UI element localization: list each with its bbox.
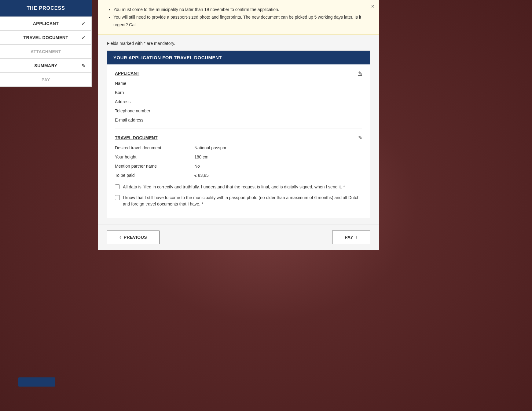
field-height-row: Your height 180 cm bbox=[115, 155, 362, 159]
sidebar-item-summary-label: SUMMARY bbox=[34, 63, 57, 68]
sidebar-header: THE PROCESS bbox=[0, 0, 92, 16]
applicant-check-icon: ✓ bbox=[81, 21, 86, 27]
field-height-label: Your height bbox=[115, 155, 194, 159]
form-card: YOUR APPLICATION FOR TRAVEL DOCUMENT APP… bbox=[107, 50, 370, 218]
summary-edit-icon: ✎ bbox=[82, 63, 86, 68]
field-address-label: Address bbox=[115, 99, 194, 104]
main-content: × You must come to the municipality no l… bbox=[98, 0, 379, 293]
form-card-header: YOUR APPLICATION FOR TRAVEL DOCUMENT bbox=[107, 51, 370, 64]
notice-list: You must come to the municipality no lat… bbox=[107, 6, 367, 29]
navigation-buttons: ‹ PREVIOUS PAY › bbox=[98, 224, 379, 250]
section-divider bbox=[115, 129, 362, 129]
checkbox-2-label: I know that I still have to come to the … bbox=[123, 195, 362, 207]
checkbox-row-2: I know that I still have to come to the … bbox=[115, 195, 362, 207]
applicant-section-title: APPLICANT ✎ bbox=[115, 71, 362, 76]
sidebar-item-summary[interactable]: SUMMARY ✎ bbox=[0, 59, 92, 73]
sidebar-item-pay-label: PAY bbox=[42, 77, 50, 82]
field-born-row: Born bbox=[115, 90, 362, 95]
mandatory-note: Fields marked with * are mandatory. bbox=[107, 41, 370, 46]
field-desired-travel-value: National passport bbox=[194, 145, 228, 150]
field-payment-label: To be paid bbox=[115, 173, 194, 178]
field-payment-value: € 83,85 bbox=[194, 173, 209, 178]
field-partner-label: Mention partner name bbox=[115, 164, 194, 169]
travel-doc-edit-icon[interactable]: ✎ bbox=[358, 135, 362, 141]
sidebar-item-applicant-label: APPLICANT bbox=[33, 21, 59, 26]
travel-document-check-icon: ✓ bbox=[81, 35, 86, 41]
sidebar-item-travel-document[interactable]: TRAVEL DOCUMENT ✓ bbox=[0, 31, 92, 45]
travel-doc-section-label: TRAVEL DOCUMENT bbox=[115, 135, 157, 140]
field-desired-travel-row: Desired travel document National passpor… bbox=[115, 145, 362, 150]
applicant-edit-icon[interactable]: ✎ bbox=[358, 71, 362, 76]
field-born-label: Born bbox=[115, 90, 194, 95]
checkbox-row-1: All data is filled in correctly and trut… bbox=[115, 184, 362, 190]
previous-arrow-icon: ‹ bbox=[119, 235, 121, 240]
form-card-body: APPLICANT ✎ Name Born Address Telephone … bbox=[107, 64, 370, 218]
sidebar: THE PROCESS APPLICANT ✓ TRAVEL DOCUMENT … bbox=[0, 0, 92, 87]
checkbox-1-label: All data is filled in correctly and trut… bbox=[123, 184, 345, 190]
field-partner-row: Mention partner name No bbox=[115, 164, 362, 169]
field-telephone-row: Telephone number bbox=[115, 108, 362, 113]
field-email-label: E-mail address bbox=[115, 118, 194, 122]
sidebar-item-attachment-label: ATTACHMENT bbox=[31, 49, 61, 54]
notice-banner: × You must come to the municipality no l… bbox=[98, 0, 379, 35]
field-name-row: Name bbox=[115, 81, 362, 86]
pay-arrow-icon: › bbox=[356, 235, 358, 240]
sidebar-item-attachment: ATTACHMENT bbox=[0, 45, 92, 59]
notice-item-2: You will still need to provide a passpor… bbox=[113, 13, 367, 29]
field-name-label: Name bbox=[115, 81, 194, 86]
sidebar-item-travel-document-label: TRAVEL DOCUMENT bbox=[24, 35, 68, 40]
sidebar-header-title: THE PROCESS bbox=[27, 5, 65, 11]
field-payment-row: To be paid € 83,85 bbox=[115, 173, 362, 178]
sidebar-item-pay: PAY bbox=[0, 73, 92, 87]
sidebar-item-applicant[interactable]: APPLICANT ✓ bbox=[0, 16, 92, 31]
previous-button[interactable]: ‹ PREVIOUS bbox=[107, 231, 160, 244]
pay-button[interactable]: PAY › bbox=[332, 231, 370, 244]
field-address-row: Address bbox=[115, 99, 362, 104]
form-area: Fields marked with * are mandatory. YOUR… bbox=[98, 35, 379, 224]
field-height-value: 180 cm bbox=[194, 155, 208, 159]
notice-close-button[interactable]: × bbox=[371, 3, 374, 10]
checkbox-1[interactable] bbox=[115, 184, 120, 189]
travel-doc-section-title: TRAVEL DOCUMENT ✎ bbox=[115, 135, 362, 141]
pay-label: PAY bbox=[345, 235, 353, 240]
notice-item-1: You must come to the municipality no lat… bbox=[113, 6, 367, 13]
field-telephone-label: Telephone number bbox=[115, 108, 194, 113]
applicant-section-label: APPLICANT bbox=[115, 71, 139, 76]
checkbox-area: All data is filled in correctly and trut… bbox=[115, 184, 362, 207]
checkbox-2[interactable] bbox=[115, 195, 120, 200]
previous-label: PREVIOUS bbox=[124, 235, 147, 240]
field-desired-travel-label: Desired travel document bbox=[115, 145, 194, 150]
field-partner-value: No bbox=[194, 164, 200, 169]
field-email-row: E-mail address bbox=[115, 118, 362, 122]
